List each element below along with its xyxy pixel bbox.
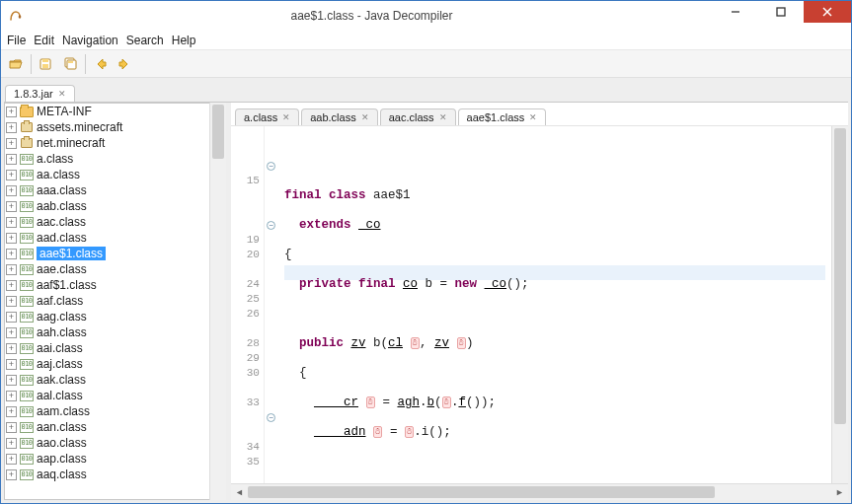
close-icon[interactable]: ✕ xyxy=(361,112,369,122)
tree-item[interactable]: +010aa.class xyxy=(4,167,209,182)
expander-icon[interactable]: + xyxy=(6,454,17,465)
code-editor[interactable]: 15 1920 242526 282930 33 3435 − − − fina… xyxy=(231,126,848,483)
expander-icon[interactable]: + xyxy=(6,296,17,307)
menu-edit[interactable]: Edit xyxy=(34,34,54,47)
tree-item[interactable]: +010aam.class xyxy=(4,403,209,419)
editor-tab-label: aae$1.class xyxy=(467,111,525,123)
tree-scrollbar[interactable] xyxy=(209,103,226,500)
expander-icon[interactable]: + xyxy=(6,107,17,117)
close-icon[interactable]: ✕ xyxy=(439,112,447,122)
expander-icon[interactable]: + xyxy=(6,264,17,275)
save-button[interactable] xyxy=(36,53,57,75)
fold-toggle-icon[interactable]: − xyxy=(267,221,275,230)
expander-icon[interactable]: + xyxy=(6,233,17,244)
tree-item[interactable]: +010aal.class xyxy=(4,388,209,403)
fold-toggle-icon[interactable]: − xyxy=(267,413,275,422)
editor-tab[interactable]: aab.class✕ xyxy=(301,108,377,125)
editor-horizontal-scrollbar[interactable]: ◄ ► xyxy=(231,483,848,500)
class-file-icon: 010 xyxy=(19,215,35,229)
nav-forward-button[interactable] xyxy=(114,53,135,75)
tree-item[interactable]: +010aaf$1.class xyxy=(4,277,209,293)
tree-item[interactable]: +010aah.class xyxy=(4,324,209,340)
tree-item[interactable]: +010aaf.class xyxy=(4,293,209,309)
tree-item[interactable]: +010aad.class xyxy=(4,230,209,246)
scroll-right-arrow[interactable]: ► xyxy=(831,484,848,501)
window-close-button[interactable] xyxy=(804,1,851,23)
fold-toggle-icon[interactable]: − xyxy=(267,162,275,171)
tree-item[interactable]: +net.minecraft xyxy=(4,135,209,151)
tree-item[interactable]: +assets.minecraft xyxy=(4,119,209,135)
tree-item[interactable]: +010aae.class xyxy=(4,261,209,277)
tree-item[interactable]: +010aaa.class xyxy=(4,182,209,198)
tree-item[interactable]: +010aap.class xyxy=(4,451,209,467)
expander-icon[interactable]: + xyxy=(6,375,17,386)
tree-item[interactable]: +010aak.class xyxy=(4,372,209,388)
open-button[interactable] xyxy=(5,53,27,75)
class-file-icon: 010 xyxy=(19,325,35,339)
close-icon[interactable]: ✕ xyxy=(58,89,66,99)
code-area[interactable]: final class aae$1 extends co { private f… xyxy=(278,126,831,483)
svg-point-0 xyxy=(19,15,22,19)
editor-tab[interactable]: aac.class✕ xyxy=(380,108,456,125)
jar-tab[interactable]: 1.8.3.jar ✕ xyxy=(5,85,75,102)
window-minimize-button[interactable] xyxy=(713,1,758,23)
expander-icon[interactable]: + xyxy=(6,343,17,354)
expander-icon[interactable]: + xyxy=(6,217,17,228)
tree-item[interactable]: +010a.class xyxy=(4,151,209,167)
expander-icon[interactable]: + xyxy=(6,122,17,133)
svg-rect-6 xyxy=(42,59,48,62)
expander-icon[interactable]: + xyxy=(6,469,17,480)
close-icon[interactable]: ✕ xyxy=(282,112,290,122)
tree-item[interactable]: +010aan.class xyxy=(4,419,209,435)
fold-gutter[interactable]: − − − xyxy=(265,126,278,483)
class-file-icon: 010 xyxy=(19,420,35,434)
class-file-icon: 010 xyxy=(19,294,35,308)
tree-item[interactable]: +010aab.class xyxy=(4,198,209,214)
tree-item-label: aae.class xyxy=(37,262,87,276)
menubar: File Edit Navigation Search Help xyxy=(1,31,851,50)
expander-icon[interactable]: + xyxy=(6,249,17,259)
menu-file[interactable]: File xyxy=(7,34,26,47)
menu-navigation[interactable]: Navigation xyxy=(62,34,118,47)
menu-help[interactable]: Help xyxy=(172,34,196,47)
tree-item-label: aao.class xyxy=(37,436,87,450)
scroll-left-arrow[interactable]: ◄ xyxy=(231,484,248,501)
editor-tab[interactable]: a.class✕ xyxy=(235,108,299,125)
window-maximize-button[interactable] xyxy=(758,1,804,23)
expander-icon[interactable]: + xyxy=(6,422,17,433)
tree-item[interactable]: +010aai.class xyxy=(4,340,209,356)
tree-item[interactable]: +010aaq.class xyxy=(4,467,209,482)
editor-vertical-scrollbar[interactable] xyxy=(831,126,848,483)
expander-icon[interactable]: + xyxy=(6,406,17,417)
nav-back-button[interactable] xyxy=(90,53,112,75)
expander-icon[interactable]: + xyxy=(6,185,17,196)
expander-icon[interactable]: + xyxy=(6,154,17,165)
save-all-button[interactable] xyxy=(59,53,81,75)
class-file-icon: 010 xyxy=(19,247,35,260)
jar-tab-label: 1.8.3.jar xyxy=(14,88,53,100)
tree-item-label: net.minecraft xyxy=(37,136,105,150)
tree-item[interactable]: +010aaj.class xyxy=(4,356,209,372)
menu-search[interactable]: Search xyxy=(126,34,164,47)
expander-icon[interactable]: + xyxy=(6,327,17,338)
tree-item[interactable]: +010aae$1.class xyxy=(4,246,209,261)
class-file-icon: 010 xyxy=(19,341,35,355)
close-icon[interactable]: ✕ xyxy=(529,112,537,122)
expander-icon[interactable]: + xyxy=(6,138,17,149)
editor-tabbar: a.class✕aab.class✕aac.class✕aae$1.class✕ xyxy=(231,103,848,126)
tree-item[interactable]: +META-INF xyxy=(4,104,209,119)
editor-tab[interactable]: aae$1.class✕ xyxy=(458,108,547,125)
expander-icon[interactable]: + xyxy=(6,201,17,212)
expander-icon[interactable]: + xyxy=(6,170,17,180)
tree-item[interactable]: +010aac.class xyxy=(4,214,209,230)
expander-icon[interactable]: + xyxy=(6,280,17,291)
tree-item[interactable]: +010aao.class xyxy=(4,435,209,451)
tree-item-label: assets.minecraft xyxy=(37,120,122,134)
tree-item[interactable]: +010aag.class xyxy=(4,309,209,324)
expander-icon[interactable]: + xyxy=(6,438,17,449)
expander-icon[interactable]: + xyxy=(6,359,17,370)
expander-icon[interactable]: + xyxy=(6,391,17,401)
expander-icon[interactable]: + xyxy=(6,312,17,323)
class-file-icon: 010 xyxy=(19,357,35,371)
file-tree[interactable]: +META-INF+assets.minecraft+net.minecraft… xyxy=(4,103,209,500)
